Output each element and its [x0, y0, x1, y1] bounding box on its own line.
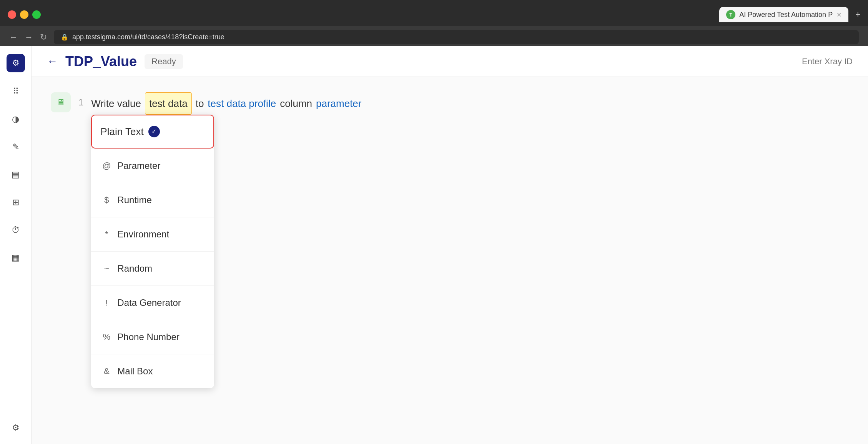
percent-icon: %: [102, 327, 111, 347]
tab-favicon: T: [726, 10, 735, 19]
tilde-icon: ~: [102, 259, 111, 279]
dollar-icon: $: [102, 190, 111, 210]
reload-button[interactable]: ↻: [40, 32, 47, 42]
dropdown-item-phone-number[interactable]: % Phone Number: [91, 320, 214, 354]
test-step-row: 🖥 1 Write value test data to test data p…: [51, 92, 849, 115]
sidebar-item-settings[interactable]: ⚙: [7, 419, 24, 436]
activity-icon: ◑: [12, 114, 19, 124]
chart-icon: ▦: [12, 253, 20, 263]
asterisk-icon: *: [102, 224, 111, 244]
parameter-label: Parameter: [117, 156, 160, 176]
column-text: column: [280, 93, 312, 114]
sidebar-item-folder[interactable]: ▤: [7, 166, 24, 183]
step-number: 1: [78, 92, 83, 112]
grid-icon: ⠿: [13, 87, 19, 97]
page-header: ← TDP_Value Ready: [32, 46, 868, 77]
exclamation-icon: !: [102, 293, 111, 313]
step-icon-button[interactable]: 🖥: [51, 92, 71, 112]
tab-close-button[interactable]: ✕: [836, 11, 841, 18]
active-tab[interactable]: T AI Powered Test Automation P ✕: [719, 7, 848, 22]
new-tab-button[interactable]: +: [855, 10, 860, 20]
folder-icon: ▤: [12, 170, 20, 180]
xray-id-input[interactable]: [747, 57, 853, 67]
write-text: Write value: [91, 93, 141, 114]
sidebar-item-activity[interactable]: ◑: [7, 111, 24, 128]
sidebar: ⚙ ⠿ ◑ ✎ ▤ ⊞ ⏱ ▦ ⚙: [0, 46, 32, 444]
sidebar-item-grid[interactable]: ⠿: [7, 83, 24, 100]
random-label: Random: [117, 259, 152, 279]
dropdown-item-data-generator[interactable]: ! Data Generator: [91, 286, 214, 320]
test-data-profile-link[interactable]: test data profile: [208, 93, 276, 114]
dropdown-item-parameter[interactable]: @ Parameter: [91, 149, 214, 183]
address-text: app.testsigma.com/ui/td/cases/418?isCrea…: [72, 33, 224, 41]
address-bar[interactable]: 🔒 app.testsigma.com/ui/td/cases/418?isCr…: [54, 30, 859, 44]
plain-text-label: Plain Text: [100, 122, 143, 142]
sidebar-item-timer[interactable]: ⏱: [7, 222, 24, 239]
close-button[interactable]: [8, 10, 16, 19]
test-data-token[interactable]: test data: [145, 92, 192, 115]
test-area: 🖥 1 Write value test data to test data p…: [32, 77, 868, 444]
status-badge: Ready: [145, 54, 183, 69]
main-content: ← TDP_Value Ready 🖥 1 Write value test d…: [32, 46, 868, 444]
check-icon: ✓: [148, 126, 160, 137]
edit-icon: ✎: [12, 142, 19, 152]
phone-number-label: Phone Number: [117, 327, 179, 347]
ampersand-icon: &: [102, 361, 111, 381]
timer-icon: ⏱: [12, 225, 20, 235]
dropdown-item-mailbox[interactable]: & Mail Box: [91, 354, 214, 388]
app-container: ⚙ ⠿ ◑ ✎ ▤ ⊞ ⏱ ▦ ⚙ ← TDP_Value: [0, 46, 868, 444]
apps-icon: ⊞: [12, 197, 19, 207]
browser-chrome: T AI Powered Test Automation P ✕ + ← → ↻…: [0, 0, 868, 46]
traffic-lights: T AI Powered Test Automation P ✕ +: [0, 0, 868, 26]
maximize-button[interactable]: [32, 10, 41, 19]
tab-title: AI Powered Test Automation P: [739, 11, 833, 19]
step-content: Write value test data to test data profi…: [91, 92, 361, 115]
monitor-icon: 🖥: [57, 97, 65, 107]
sidebar-item-apps[interactable]: ⊞: [7, 194, 24, 211]
plain-text-selected[interactable]: Plain Text ✓: [91, 115, 214, 149]
settings-icon: ⚙: [12, 423, 20, 433]
page-back-button[interactable]: ←: [47, 55, 58, 68]
at-icon: @: [102, 156, 111, 176]
dropdown-item-environment[interactable]: * Environment: [91, 217, 214, 251]
back-nav-button[interactable]: ←: [9, 32, 18, 42]
address-bar-row: ← → ↻ 🔒 app.testsigma.com/ui/td/cases/41…: [0, 26, 868, 48]
lock-icon: 🔒: [61, 33, 68, 41]
page-title: TDP_Value: [65, 53, 137, 70]
environment-label: Environment: [117, 224, 169, 244]
to-text: to: [196, 93, 204, 114]
dropdown-menu: Plain Text ✓ @ Parameter $ Run: [91, 115, 214, 388]
dropdown-item-random[interactable]: ~ Random: [91, 252, 214, 285]
sidebar-item-chart[interactable]: ▦: [7, 249, 24, 266]
data-generator-label: Data Generator: [117, 293, 181, 313]
minimize-button[interactable]: [20, 10, 28, 19]
logo-icon: ⚙: [12, 58, 20, 68]
runtime-label: Runtime: [117, 190, 151, 210]
parameter-link[interactable]: parameter: [316, 93, 362, 114]
dropdown-item-runtime[interactable]: $ Runtime: [91, 183, 214, 217]
app-logo[interactable]: ⚙: [7, 54, 25, 72]
dropdown-container: Plain Text ✓ @ Parameter $ Run: [91, 115, 214, 388]
forward-nav-button[interactable]: →: [25, 32, 33, 42]
sidebar-item-edit[interactable]: ✎: [7, 139, 24, 155]
mailbox-label: Mail Box: [117, 361, 153, 381]
